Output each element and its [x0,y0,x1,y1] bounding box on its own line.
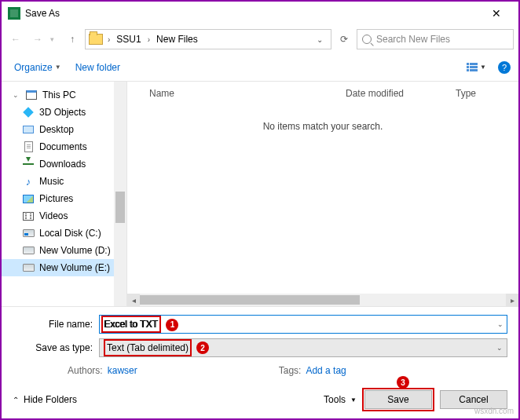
tree-3d-objects[interactable]: 3D Objects [2,104,126,121]
save-button[interactable]: Save [364,390,432,409]
tree-documents[interactable]: Documents [2,138,126,155]
chevron-down-icon[interactable]: ⌄ [497,320,504,328]
close-icon[interactable]: ✕ [481,7,512,20]
chevron-right-icon[interactable]: › [106,35,112,44]
tree-downloads[interactable]: Downloads [2,155,126,173]
file-list-pane: Name Date modified Type No items match y… [127,82,518,306]
filename-input[interactable] [99,315,507,334]
scrollbar-thumb[interactable] [140,295,360,305]
tree-new-volume-e[interactable]: New Volume (E:) [2,259,126,276]
tools-dropdown[interactable]: Tools▼ [324,394,357,405]
metadata-row: Authors:kawser Tags:Add a tag [13,362,507,376]
empty-message: No items match your search. [127,105,518,294]
body: ⌄This PC 3D Objects Desktop Documents Do… [2,82,518,306]
saveastype-label: Save as type: [13,342,99,353]
tree-this-pc[interactable]: ⌄This PC [2,86,126,104]
callout-badge-3: 3 [397,376,409,389]
details-view-icon [467,63,478,72]
download-icon [23,163,34,165]
toolbar: Organize▼ New folder ▼ ? [2,53,518,82]
authors-value[interactable]: kawser [108,365,137,376]
tree-pictures[interactable]: Pictures [2,190,126,207]
col-type[interactable]: Type [456,88,476,99]
bottom-panel: File name: Excel to TXT1 ⌄ Save as type:… [2,306,518,382]
tree-new-volume-d[interactable]: New Volume (D:) [2,242,126,259]
saveastype-highlight: Text (Tab delimited) [104,339,192,356]
tree-local-disk-c[interactable]: Local Disk (C:) [2,225,126,242]
search-icon [362,35,372,44]
save-as-dialog: Save As ✕ ← → ▾ ↑ › SSU1 › New Files ⌄ ⟳… [0,0,520,420]
breadcrumb[interactable]: › SSU1 › New Files ⌄ [85,29,331,49]
pc-icon [26,90,37,100]
nav-row: ← → ▾ ↑ › SSU1 › New Files ⌄ ⟳ Search Ne… [2,25,518,53]
disk-icon [23,229,35,237]
history-dropdown-icon[interactable]: ▾ [50,35,60,43]
path-dropdown-icon[interactable]: ⌄ [312,35,328,44]
document-icon [24,141,33,152]
hide-folders-button[interactable]: ⌃Hide Folders [13,394,77,405]
search-input[interactable]: Search New Files [357,29,514,49]
tree-music[interactable]: ♪Music [2,173,126,190]
scroll-left-icon[interactable]: ◂ [127,294,140,306]
column-headers[interactable]: Name Date modified Type [127,82,518,105]
scrollbar-thumb[interactable] [115,192,125,223]
callout-badge-2: 2 [196,341,209,354]
picture-icon [23,195,34,203]
chevron-down-icon: ▼ [350,396,357,404]
horizontal-scrollbar[interactable]: ◂ ▸ [127,294,518,306]
path-seg-2[interactable]: New Files [155,34,200,45]
disk-icon [23,247,35,254]
new-folder-button[interactable]: New folder [71,59,125,76]
path-seg-1[interactable]: SSU1 [115,34,142,45]
col-date[interactable]: Date modified [346,88,456,99]
chevron-down-icon: ▼ [55,64,61,71]
watermark: wsxdn.com [474,407,514,415]
scroll-right-icon[interactable]: ▸ [506,294,518,306]
desktop-icon [23,126,34,133]
search-placeholder: Search New Files [376,34,450,45]
chevron-right-icon[interactable]: › [146,35,152,44]
folder-icon [89,34,103,45]
view-options[interactable]: ▼ ? [467,61,511,74]
saveastype-dropdown[interactable]: Text (Tab delimited)2 ⌄ [99,338,507,357]
excel-icon [8,7,20,20]
video-icon [23,212,34,221]
tree-scrollbar[interactable] [114,82,126,306]
col-name[interactable]: Name [149,88,346,99]
chevron-down-icon: ▼ [480,64,486,71]
tree-desktop[interactable]: Desktop [2,121,126,138]
tags-value[interactable]: Add a tag [306,365,346,376]
titlebar: Save As ✕ [2,2,518,25]
chevron-up-icon: ⌃ [13,396,19,404]
tree-videos[interactable]: Videos [2,207,126,225]
folder-tree[interactable]: ⌄This PC 3D Objects Desktop Documents Do… [2,82,127,306]
window-title: Save As [25,8,60,19]
authors-label: Authors: [68,365,103,376]
forward-icon[interactable]: → [28,30,47,49]
up-icon[interactable]: ↑ [63,30,82,49]
music-icon: ♪ [22,176,35,187]
chevron-down-icon: ⌄ [496,344,503,352]
disk-icon [23,264,35,272]
back-icon[interactable]: ← [6,30,25,49]
filename-label: File name: [13,319,99,330]
collapse-icon[interactable]: ⌄ [13,91,20,99]
footer: ⌃Hide Folders Tools▼ 3 Save Cancel [2,382,518,418]
refresh-icon[interactable]: ⟳ [335,30,353,49]
cube-icon [23,107,34,118]
help-icon[interactable]: ? [498,61,511,74]
organize-button[interactable]: Organize▼ [9,59,66,76]
tags-label: Tags: [279,365,302,376]
